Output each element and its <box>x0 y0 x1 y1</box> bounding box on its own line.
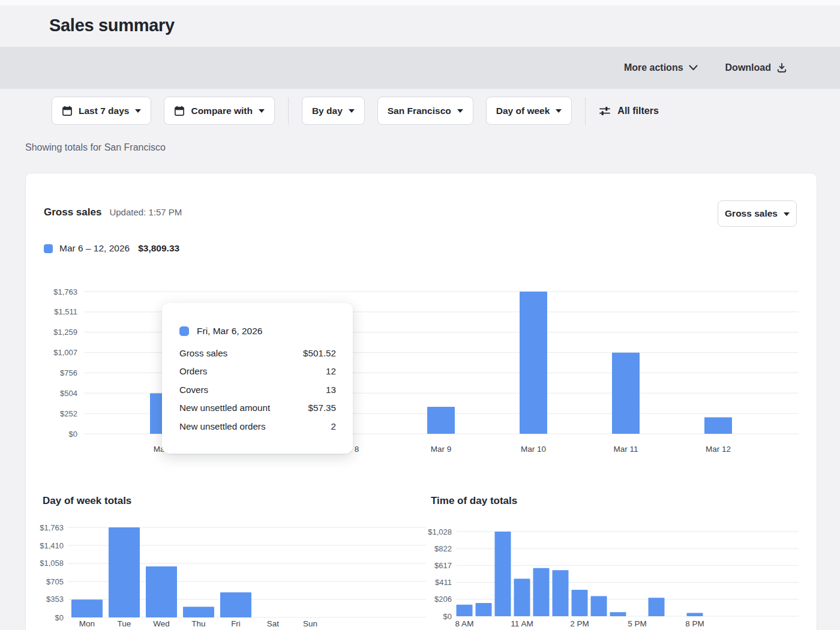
tooltip-row-unsettled-orders: New unsettled orders 2 <box>179 417 336 436</box>
tooltip-date: Fri, Mar 6, 2026 <box>197 326 262 337</box>
y-tick-label: $1,028 <box>428 527 452 536</box>
filter-by-day-label: By day <box>312 106 343 116</box>
x-tick-label: Mar 10 <box>521 445 546 454</box>
y-tick-label: $1,259 <box>53 328 77 337</box>
legend-total-value: $3,809.33 <box>138 243 179 254</box>
gross-sales-card: Gross sales Updated: 1:57 PM Gross sales… <box>25 173 817 630</box>
filter-day-of-week-label: Day of week <box>496 106 550 116</box>
caret-down-icon <box>349 109 355 113</box>
bar-12 PM[interactable] <box>533 568 550 616</box>
sliders-icon <box>599 106 611 116</box>
bar-6 PM[interactable] <box>649 598 665 616</box>
tooltip-row-value: 13 <box>326 385 336 395</box>
x-tick-label: 11 AM <box>511 619 533 628</box>
more-actions-button[interactable]: More actions <box>624 62 698 73</box>
chart-tooltip: Fri, Mar 6, 2026 Gross sales $501.52 Ord… <box>162 303 353 454</box>
filter-location-label: San Francisco <box>388 106 451 116</box>
chevron-down-icon <box>689 65 698 71</box>
y-tick-label: $617 <box>434 561 452 570</box>
filter-compare-with-label: Compare with <box>191 106 252 116</box>
bar-8 PM[interactable] <box>687 613 703 616</box>
y-tick-label: $1,763 <box>53 287 77 296</box>
filter-by-day[interactable]: By day <box>302 97 365 125</box>
tooltip-row-label: Gross sales <box>179 348 227 358</box>
bar-10 AM[interactable] <box>495 532 511 616</box>
metric-head: Gross sales Updated: 1:57 PM <box>44 206 182 218</box>
x-tick-label: Mar 11 <box>613 445 638 454</box>
caret-down-icon <box>784 212 790 216</box>
day_of_week-svg: $1,763$1,410$1,058$705$353$0MonTueWedThu… <box>37 517 433 630</box>
y-tick-label: $822 <box>434 544 452 553</box>
filter-date-range-label: Last 7 days <box>79 106 129 116</box>
all-filters-label: All filters <box>617 106 658 116</box>
x-tick-label: 5 PM <box>628 619 647 628</box>
tooltip-row-label: Orders <box>179 366 207 376</box>
day-of-week-chart: $1,763$1,410$1,058$705$353$0MonTueWedThu… <box>37 517 433 630</box>
y-tick-label: $0 <box>69 430 77 439</box>
x-tick-label: Tue <box>118 619 131 628</box>
y-tick-label: $0 <box>443 612 452 621</box>
bar-Mon[interactable] <box>71 599 103 617</box>
y-tick-label: $756 <box>60 368 77 377</box>
metric-select-dropdown[interactable]: Gross sales <box>718 200 797 227</box>
calendar-icon <box>174 106 185 116</box>
bar-11 AM[interactable] <box>514 579 530 616</box>
bar-8 AM[interactable] <box>457 605 473 616</box>
bar-Thu[interactable] <box>183 607 214 617</box>
more-actions-label: More actions <box>624 62 683 73</box>
x-tick-label: Mar 9 <box>431 445 452 454</box>
x-tick-label: Fri <box>231 619 241 628</box>
tooltip-row-label: New unsettled orders <box>179 421 266 431</box>
chart-legend: Mar 6 – 12, 2026 $3,809.33 <box>44 243 179 254</box>
filter-group-divider <box>288 97 289 125</box>
bar-1 PM[interactable] <box>553 570 569 616</box>
y-tick-label: $1,511 <box>54 307 77 316</box>
x-tick-label: Sat <box>267 619 280 628</box>
filter-date-range[interactable]: Last 7 days <box>52 97 151 125</box>
x-tick-label: Wed <box>153 619 170 628</box>
bar-Tue[interactable] <box>109 527 140 617</box>
all-filters-button[interactable]: All filters <box>599 106 658 116</box>
filter-day-of-week[interactable]: Day of week <box>486 97 572 125</box>
top-strip <box>0 0 840 5</box>
bar-Mar 11[interactable] <box>612 353 640 434</box>
filter-location[interactable]: San Francisco <box>377 97 473 125</box>
x-tick-label: Mon <box>79 619 95 628</box>
legend-date-range: Mar 6 – 12, 2026 <box>59 243 130 254</box>
time_of_day-svg: $1,028$822$617$411$206$08 AM11 AM2 PM5 P… <box>421 517 817 630</box>
download-button[interactable]: Download <box>725 62 787 73</box>
x-tick-label: 8 PM <box>685 619 704 628</box>
bar-Fri[interactable] <box>220 592 251 617</box>
x-tick-label: Sun <box>303 619 317 628</box>
caret-down-icon <box>135 109 141 113</box>
y-tick-label: $705 <box>46 577 64 586</box>
bar-9 AM[interactable] <box>476 603 492 616</box>
metric-updated-text: Updated: 1:57 PM <box>109 207 182 217</box>
tooltip-title-row: Fri, Mar 6, 2026 <box>179 326 336 337</box>
y-tick-label: $1,007 <box>53 348 77 357</box>
bar-Wed[interactable] <box>146 566 177 617</box>
x-tick-label: Thu <box>191 619 205 628</box>
gross-sales-daily-chart: $1,763$1,511$1,259$1,007$756$504$252$0Ma… <box>37 283 805 457</box>
bar-Mar 10[interactable] <box>520 292 547 434</box>
bar-Mar 12[interactable] <box>704 417 732 434</box>
day-of-week-chart-title: Day of week totals <box>43 495 131 507</box>
y-tick-label: $353 <box>46 595 64 604</box>
filter-compare-with[interactable]: Compare with <box>164 97 274 125</box>
sales-summary-page: Sales summary More actions Download <box>0 0 840 630</box>
bar-4 PM[interactable] <box>610 612 626 616</box>
bar-2 PM[interactable] <box>572 590 588 616</box>
page-title: Sales summary <box>49 16 175 35</box>
tooltip-row-value: 2 <box>331 421 336 431</box>
bar-Mar 9[interactable] <box>427 407 455 434</box>
bar-3 PM[interactable] <box>591 596 607 616</box>
y-tick-label: $1,763 <box>40 523 64 532</box>
caret-down-icon <box>556 109 562 113</box>
x-tick-label: 8 AM <box>455 619 474 628</box>
filter-group-divider <box>585 97 586 125</box>
y-tick-label: $504 <box>60 389 77 398</box>
tooltip-row-orders: Orders 12 <box>179 362 336 381</box>
tooltip-row-value: 12 <box>326 366 336 376</box>
caret-down-icon <box>259 109 265 113</box>
time-of-day-chart-title: Time of day totals <box>431 495 517 507</box>
